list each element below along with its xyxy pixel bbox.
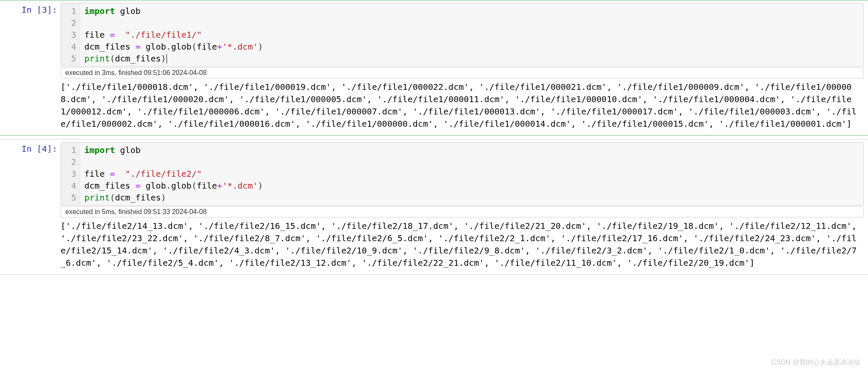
line-number: 2	[64, 17, 76, 29]
line-number: 2	[64, 156, 76, 168]
line-number: 1	[64, 144, 76, 156]
string-literal: "./file/file2/"	[125, 169, 202, 179]
input-prompt: In [4]:	[0, 139, 61, 274]
stdout-text: ['./file/file1/000018.dcm', './file/file…	[61, 81, 860, 130]
string-literal: "./file/file1/"	[125, 30, 202, 40]
string-literal: '*.dcm'	[222, 42, 258, 52]
line-number: 1	[64, 5, 76, 17]
line-number-gutter: 1 2 3 4 5	[61, 142, 80, 205]
line-number: 4	[64, 180, 76, 192]
builtin-print: print	[84, 192, 110, 203]
line-number: 5	[64, 192, 76, 203]
stdout-text: ['./file/file2/14_13.dcm', './file/file2…	[61, 220, 860, 269]
code-text[interactable]: import glob file = "./file/file2/" dcm_f…	[80, 142, 267, 205]
code-cell[interactable]: In [3]: 1 2 3 4 5 import glob file = "./…	[0, 0, 868, 136]
line-number: 3	[64, 168, 76, 180]
output-area: ['./file/file2/14_13.dcm', './file/file2…	[61, 220, 864, 274]
line-number: 5	[64, 53, 76, 64]
code-text[interactable]: import glob file = "./file/file1/" dcm_f…	[80, 3, 267, 66]
line-number: 3	[64, 29, 76, 41]
execution-status: executed in 3ms, finished 09:51:06 2024-…	[61, 67, 864, 78]
builtin-print: print	[84, 53, 110, 64]
code-cell[interactable]: In [4]: 1 2 3 4 5 import glob file = "./…	[0, 139, 868, 275]
module-name: glob	[120, 145, 140, 155]
output-area: ['./file/file1/000018.dcm', './file/file…	[61, 81, 864, 135]
text-cursor	[167, 54, 167, 64]
code-input-area[interactable]: 1 2 3 4 5 import glob file = "./file/fil…	[61, 142, 864, 206]
input-prompt: In [3]:	[0, 0, 61, 135]
keyword-import: import	[84, 145, 115, 155]
execution-status: executed in 5ms, finished 09:51:33 2024-…	[61, 206, 864, 217]
line-number: 4	[64, 41, 76, 53]
string-literal: '*.dcm'	[222, 181, 258, 191]
module-name: glob	[120, 6, 140, 16]
code-input-area[interactable]: 1 2 3 4 5 import glob file = "./file/fil…	[61, 3, 864, 67]
keyword-import: import	[84, 6, 115, 16]
line-number-gutter: 1 2 3 4 5	[61, 3, 80, 66]
watermark: CSDN @我的心永远是冰冰哒	[771, 358, 860, 367]
